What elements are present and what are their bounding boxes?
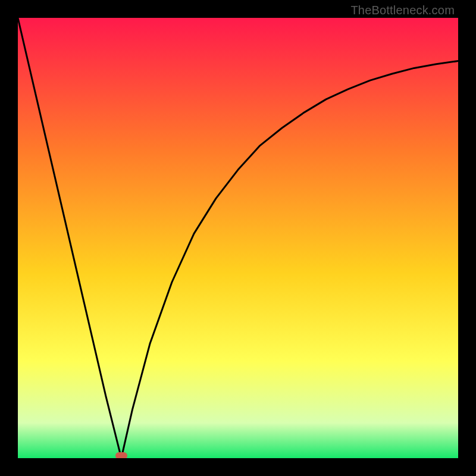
plot-area — [18, 18, 458, 458]
watermark-text: TheBottleneck.com — [350, 4, 455, 17]
chart-frame: TheBottleneck.com — [0, 0, 476, 476]
curve-layer — [18, 18, 458, 458]
bottleneck-curve — [18, 18, 458, 458]
minimum-marker — [115, 452, 127, 458]
